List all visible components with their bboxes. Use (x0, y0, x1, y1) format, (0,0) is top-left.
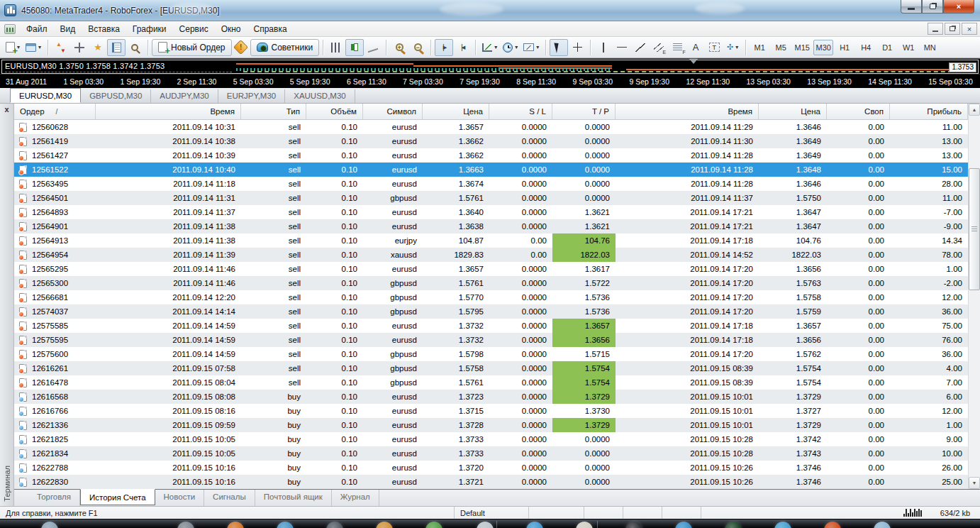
strategy-tester-button[interactable] (126, 39, 144, 56)
terminal-tab-Журнал[interactable]: Журнал (332, 490, 379, 506)
auto-scroll-button[interactable]: |▸ (435, 39, 453, 56)
table-row[interactable]: 125614192011.09.14 10:38sell0.10eurusd1.… (14, 134, 968, 148)
templates-button[interactable]: ▾ (520, 39, 542, 56)
taskbar-icon[interactable] (576, 522, 593, 528)
timeframe-button-H1[interactable]: H1 (835, 40, 854, 55)
taskbar-icon[interactable] (874, 522, 891, 528)
table-row[interactable]: 126218342011.09.15 10:05buy0.10eurusd1.3… (14, 446, 968, 461)
column-header-8[interactable]: Время (616, 104, 759, 119)
menu-item-Файл[interactable]: Файл (20, 22, 54, 36)
timeframe-button-M15[interactable]: M15 (792, 40, 812, 55)
table-row[interactable]: 126164782011.09.15 08:04sell0.10gbpusd1.… (14, 375, 968, 390)
taskbar-icon[interactable] (526, 522, 543, 528)
market-watch-button[interactable] (52, 39, 70, 56)
scroll-down-button[interactable]: ▼ (969, 477, 980, 489)
taskbar-icon[interactable] (477, 522, 494, 528)
close-button[interactable]: × (943, 0, 974, 13)
bar-chart-button[interactable] (327, 39, 345, 56)
indicators-button[interactable]: ▾ (479, 39, 500, 56)
timeframe-button-M5[interactable]: M5 (771, 40, 791, 55)
terminal-button[interactable] (107, 39, 126, 56)
taskbar-icon[interactable] (41, 522, 58, 528)
column-header-6[interactable]: S / L (489, 104, 552, 119)
column-header-9[interactable]: Цена (759, 104, 827, 119)
taskbar-icon[interactable] (277, 522, 294, 528)
chart-canvas[interactable]: EURUSD,M30 1.3750 1.3758 1.3742 1.3753 1… (1, 60, 979, 74)
timeframe-button-D1[interactable]: D1 (877, 40, 897, 55)
taskbar-icon[interactable] (177, 522, 194, 528)
chart-tab-GBPUSD,M30[interactable]: GBPUSD,M30 (81, 89, 151, 103)
taskbar-icon[interactable] (824, 522, 841, 528)
cursor-tool-button[interactable] (550, 39, 568, 56)
status-profile[interactable]: Default (454, 507, 528, 519)
taskbar-icon[interactable] (774, 522, 791, 528)
menu-item-Графики[interactable]: Графики (126, 22, 173, 36)
data-window-button[interactable] (70, 39, 89, 56)
scroll-up-button[interactable]: ▲ (969, 104, 980, 116)
column-header-3[interactable]: Объём (306, 104, 363, 119)
chart-time-axis[interactable]: 31 Aug 20111 Sep 03:301 Sep 19:302 Sep 1… (0, 74, 980, 88)
arrows-tool-button[interactable]: ✣▾ (723, 39, 742, 56)
column-header-10[interactable]: Своп (827, 104, 890, 119)
profiles-button[interactable]: ▾ (23, 39, 44, 56)
restore-button[interactable] (922, 0, 943, 13)
timeframe-button-H4[interactable]: H4 (856, 40, 876, 55)
table-row[interactable]: 126165682011.09.15 08:08buy0.10eurusd1.3… (14, 390, 968, 404)
column-header-0[interactable]: Ордер/ (14, 104, 96, 119)
new-order-button[interactable]: Новый Ордер (152, 39, 231, 56)
table-row[interactable]: 126218252011.09.15 10:05buy0.10eurusd1.3… (14, 432, 968, 446)
table-row[interactable]: 125606282011.09.14 10:31sell0.10eurusd1.… (14, 120, 968, 134)
text-label-tool-button[interactable]: T (705, 39, 723, 56)
scrollbar-thumb[interactable] (969, 168, 980, 290)
chart-shift-button[interactable]: |◂ (453, 39, 472, 56)
text-tool-button[interactable]: A (686, 39, 705, 56)
taskbar-icon[interactable] (625, 522, 642, 528)
column-header-5[interactable]: Цена (423, 104, 489, 119)
vertical-line-tool-button[interactable] (594, 39, 613, 56)
chart-tab-AUDJPY,M30[interactable]: AUDJPY,M30 (151, 89, 218, 103)
column-header-7[interactable]: T / P (552, 104, 616, 119)
mdi-close-button[interactable]: × (962, 23, 977, 35)
timeframe-button-M1[interactable]: M1 (750, 40, 769, 55)
table-row[interactable]: 125649132011.09.14 11:38sell0.10eurjpy10… (14, 233, 968, 248)
terminal-tab-Торговля[interactable]: Торговля (28, 490, 80, 506)
table-row[interactable]: 125755852011.09.14 14:59sell0.10eurusd1.… (14, 319, 968, 333)
terminal-tab-Почтовый ящик[interactable]: Почтовый ящик (255, 490, 332, 506)
line-chart-button[interactable] (364, 39, 382, 56)
taskbar-icon[interactable] (725, 522, 742, 528)
chart-mini-strip[interactable]: EURUSD,M30 1.3750 1.3758 1.3742 1.3753 1… (0, 58, 980, 74)
table-row[interactable]: 125649542011.09.14 11:39sell0.10xauusd18… (14, 248, 968, 262)
crosshair-tool-button[interactable] (568, 39, 586, 56)
terminal-side-label[interactable]: Терминал (3, 466, 11, 502)
table-row[interactable]: 126213362011.09.15 09:59buy0.10eurusd1.3… (14, 418, 968, 432)
terminal-tab-Новости[interactable]: Новости (155, 490, 205, 506)
table-row[interactable]: 125666812011.09.14 12:20sell0.10gbpusd1.… (14, 290, 968, 304)
column-header-11[interactable]: Прибыль (890, 104, 968, 119)
chart-tab-XAUUSD,M30[interactable]: XAUUSD,M30 (285, 89, 355, 103)
table-row[interactable]: 125649012011.09.14 11:38sell0.10eurusd1.… (14, 219, 968, 233)
chart-window-system-icon[interactable] (4, 24, 16, 34)
menu-item-Вставка[interactable]: Вставка (82, 22, 126, 36)
taskbar-icon[interactable] (326, 522, 343, 528)
table-row[interactable]: 126162612011.09.15 07:58sell0.10gbpusd1.… (14, 361, 968, 375)
table-row[interactable]: 126167662011.09.15 08:16buy0.10eurusd1.3… (14, 404, 968, 418)
table-row[interactable]: 125615222011.09.14 10:40sell0.10eurusd1.… (14, 163, 968, 177)
table-row[interactable]: 126227882011.09.15 10:16buy0.10eurusd1.3… (14, 461, 968, 475)
mdi-minimize-button[interactable] (928, 23, 943, 35)
mdi-restore-button[interactable] (945, 23, 960, 35)
vertical-scrollbar[interactable]: ▲ ▼ (968, 104, 980, 489)
column-header-4[interactable]: Символ (363, 104, 423, 119)
periods-button[interactable]: ▾ (500, 39, 520, 56)
fibonacci-tool-button[interactable] (668, 39, 686, 56)
table-row[interactable]: 125634952011.09.14 11:18sell0.10eurusd1.… (14, 177, 968, 191)
trendline-tool-button[interactable] (631, 39, 650, 56)
taskbar-icon[interactable] (376, 522, 393, 528)
table-row[interactable]: 125645012011.09.14 11:31sell0.10gbpusd1.… (14, 191, 968, 205)
horizontal-line-tool-button[interactable] (613, 39, 631, 56)
table-row[interactable]: 126228302011.09.15 10:16buy0.10eurusd1.3… (14, 475, 968, 489)
navigator-button[interactable]: ★ (89, 39, 107, 56)
terminal-tab-Сигналы[interactable]: Сигналы (204, 490, 255, 506)
chart-tab-EURUSD,M30[interactable]: EURUSD,M30 (10, 88, 81, 103)
taskbar-icon[interactable] (675, 522, 692, 528)
column-header-2[interactable]: Тип (241, 104, 306, 119)
